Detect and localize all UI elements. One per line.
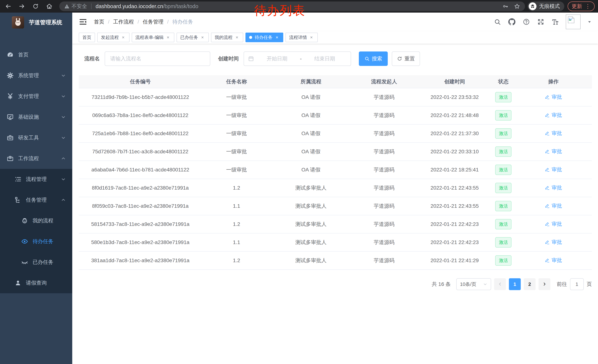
browser-forward-button[interactable] (17, 1, 27, 11)
cell-task-id: 73211d9d-7b9b-11ec-b5b7-acde48001122 (79, 88, 202, 106)
breadcrumb-item[interactable]: 待办任务 (164, 18, 193, 25)
tab-close-icon[interactable]: × (166, 35, 171, 40)
font-size-icon[interactable] (551, 18, 559, 26)
sidebar-menu-item-label: 研发工具 (18, 134, 39, 141)
sidebar-logo[interactable]: 芋道管理系统 (0, 13, 72, 32)
browser-menu-icon[interactable]: ⋮ (585, 4, 590, 9)
date-range-picker[interactable]: 开始日期 - 结束日期 (244, 51, 351, 66)
edit-pen-icon (545, 222, 550, 226)
sidebar-menu-item[interactable]: 流程管理 (0, 169, 72, 190)
approve-button[interactable]: 审批 (545, 220, 562, 227)
browser-back-button[interactable] (3, 1, 13, 11)
sidebar-menu-item[interactable]: 基础设施 (0, 107, 72, 127)
github-icon[interactable] (508, 18, 516, 26)
view-tab[interactable]: 流程详情 × (285, 32, 318, 42)
header-search-icon[interactable] (493, 18, 501, 26)
sidebar-menu-item[interactable]: 我的流程 (0, 210, 72, 231)
sidebar-menu-item[interactable]: 支付管理 (0, 86, 72, 107)
sidebar-menu-item[interactable]: 请假查询 (0, 273, 72, 293)
password-key-icon[interactable] (502, 3, 508, 9)
view-tab-label: 流程表单-编辑 (135, 34, 164, 40)
edit-pen-icon (545, 240, 550, 245)
approve-button[interactable]: 审批 (545, 184, 562, 191)
view-tab[interactable]: 首页 × (79, 32, 95, 42)
sidebar-menu-item-label: 首页 (18, 51, 29, 58)
search-button-icon (364, 56, 370, 61)
breadcrumb-item[interactable]: 任务管理 (134, 18, 164, 25)
sidebar-menu-item-label: 我的流程 (33, 217, 53, 224)
task-table: 任务编号 任务名称 所属流程 流程发起人 创建时间 状态 (79, 75, 592, 270)
bookmark-star-icon[interactable] (514, 3, 520, 9)
sidebar-collapse-icon[interactable] (79, 18, 87, 26)
next-page-button[interactable]: › (539, 278, 550, 290)
sidebar-menu-item[interactable]: 待办任务 (0, 231, 72, 252)
breadcrumb-item[interactable]: 首页 (94, 18, 104, 25)
view-tab[interactable]: 流程表单-编辑 × (132, 32, 174, 42)
cell-created: 2022-01-22 18:25:41 (417, 161, 492, 179)
approve-button[interactable]: 审批 (545, 202, 562, 209)
sidebar-menu-item[interactable]: 研发工具 (0, 127, 72, 148)
avatar[interactable] (566, 15, 581, 29)
view-tab[interactable]: 我的流程 × (211, 32, 243, 42)
cell-task-name: 1.1 (202, 197, 271, 215)
approve-button[interactable]: 审批 (545, 239, 562, 246)
table-column-header: 任务名称 (202, 75, 271, 88)
cell-task-name: 一级审批 (202, 88, 271, 106)
sidebar-menu-item[interactable]: 首页 (0, 44, 72, 65)
status-badge: 激活 (495, 165, 512, 175)
tab-close-icon[interactable]: × (274, 35, 280, 40)
view-tab[interactable]: 已办任务 × (176, 32, 209, 42)
sidebar-menu-item[interactable]: 已办任务 (0, 252, 72, 273)
reset-button[interactable]: 重置 (392, 51, 420, 66)
tab-close-icon[interactable]: × (234, 35, 240, 40)
approve-button[interactable]: 审批 (545, 148, 562, 155)
view-tab-label: 首页 (83, 34, 91, 40)
approve-button[interactable]: 审批 (545, 112, 562, 119)
date-range-separator: - (299, 56, 303, 62)
table-column-header: 任务编号 (79, 75, 202, 88)
page-number-button[interactable]: 1 (509, 278, 521, 290)
sidebar-menu-item-label: 待办任务 (33, 238, 53, 245)
sidebar-menu-item[interactable]: 系统管理 (0, 65, 72, 86)
view-tab[interactable]: 发起流程 × (97, 32, 130, 42)
incognito-icon (529, 2, 537, 10)
tab-close-icon[interactable]: × (200, 35, 205, 40)
view-tab[interactable]: 待办任务 × (245, 32, 283, 42)
table-row: 58154733-7ac8-11ec-a9e2-a2380e71991a 1.2… (79, 215, 592, 233)
tab-close-icon[interactable]: × (309, 35, 314, 40)
cell-created: 2022-01-22 23:53:32 (417, 88, 492, 106)
cell-created: 2022-01-22 21:48:48 (417, 106, 492, 124)
status-badge: 激活 (495, 128, 512, 139)
table-row: 8f059c03-7ac8-11ec-a9e2-a2380e71991a 1.1… (79, 197, 592, 215)
table-column-header: 状态 (492, 75, 515, 88)
breadcrumb-item[interactable]: 工作流程 (104, 18, 134, 25)
sidebar-menu: 首页 系统管理 支付管理 基础设施 (0, 32, 72, 293)
sidebar-menu-item[interactable]: 任务管理 (0, 190, 72, 210)
avatar-caret-icon[interactable] (587, 20, 592, 24)
cell-process: 测试多审批人 (271, 251, 351, 270)
table-row: 725a1eb6-7b88-11ec-8ef0-acde48001122 一级审… (79, 124, 592, 143)
cell-created: 2022-01-21 22:43:55 (417, 179, 492, 197)
goto-page-input[interactable]: 1 (570, 278, 584, 290)
prev-page-button[interactable]: ‹ (494, 278, 506, 290)
view-tab-label: 流程详情 (289, 34, 307, 40)
approve-button[interactable]: 审批 (545, 166, 562, 173)
approve-button[interactable]: 审批 (545, 257, 562, 264)
browser-reload-button[interactable] (31, 1, 40, 11)
page-number-button[interactable]: 2 (524, 278, 536, 290)
sidebar-menu-item[interactable]: 工作流程 (0, 148, 72, 169)
url-divider (91, 4, 91, 9)
process-name-input[interactable]: 请输入流程名 (105, 51, 210, 66)
tab-close-icon[interactable]: × (121, 35, 126, 40)
flow-tree-icon (15, 196, 22, 203)
search-button[interactable]: 搜索 (359, 51, 388, 66)
fullscreen-icon[interactable] (537, 18, 545, 26)
page-size-select[interactable]: 10条/页 (456, 278, 491, 290)
toolbox-icon (7, 134, 14, 141)
approve-button[interactable]: 审批 (545, 130, 562, 137)
browser-home-button[interactable] (44, 1, 54, 11)
browser-update-button[interactable]: 更新 ⋮ (568, 1, 595, 11)
approve-button[interactable]: 审批 (545, 94, 562, 101)
help-icon[interactable] (523, 18, 530, 26)
chevron-icon (61, 135, 66, 140)
